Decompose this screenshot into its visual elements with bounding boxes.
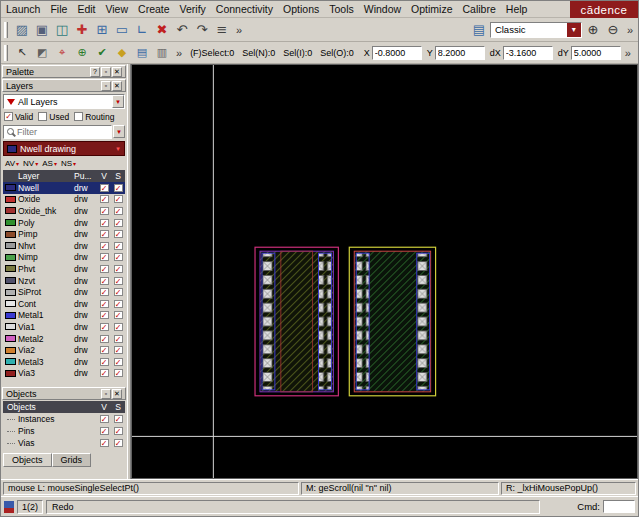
layer-selectable-checkbox[interactable]: ✓ [114, 184, 123, 192]
coordinate-field[interactable] [571, 46, 621, 60]
object-selectable-checkbox[interactable]: ✓ [114, 427, 123, 435]
menu-item[interactable]: Window [359, 2, 406, 16]
layer-visible-checkbox[interactable]: ✓ [100, 230, 109, 238]
overflow-chevron-icon[interactable]: » [624, 24, 636, 36]
chevron-down-icon[interactable]: ▾ [112, 145, 124, 153]
partial-select-icon[interactable]: ◩ [32, 43, 52, 62]
filter-checkbox-group[interactable]: Routing [74, 112, 114, 122]
checkbox[interactable] [74, 112, 83, 121]
layer-selectable-checkbox[interactable]: ✓ [114, 323, 123, 331]
layer-visible-checkbox[interactable]: ✓ [100, 335, 109, 343]
delete-icon[interactable]: ✖ [152, 20, 172, 39]
chevron-down-icon[interactable]: ▾ [567, 23, 581, 37]
layer-selectable-checkbox[interactable]: ✓ [114, 288, 123, 296]
layer-row[interactable]: Cont drw ✓ ✓ [3, 298, 125, 310]
create-instance-icon[interactable]: ⊞ [92, 20, 112, 39]
menu-item[interactable]: Optimize [406, 2, 457, 16]
layer-selectable-checkbox[interactable]: ✓ [114, 335, 123, 343]
overflow-chevron-icon[interactable]: » [233, 24, 245, 36]
chevron-down-icon[interactable]: ▾ [112, 95, 124, 108]
checkbox[interactable] [38, 112, 47, 121]
object-selectable-checkbox[interactable]: ✓ [114, 415, 123, 423]
object-visible-checkbox[interactable]: ✓ [100, 439, 109, 447]
layer-row[interactable]: Oxide_thk drw ✓ ✓ [3, 205, 125, 217]
layer-visible-checkbox[interactable]: ✓ [100, 369, 109, 377]
select-tool-icon[interactable]: ↖ [12, 43, 32, 62]
layer-visible-checkbox[interactable]: ✓ [100, 195, 109, 203]
layer-filter-box[interactable] [3, 125, 112, 139]
layer-row[interactable]: SiProt drw ✓ ✓ [3, 286, 125, 298]
menu-item[interactable]: Edit [72, 2, 100, 16]
visibility-toggle[interactable]: AV ▾ [5, 159, 19, 168]
float-icon[interactable]: ▫ [101, 389, 111, 399]
visibility-toggle[interactable]: NV ▾ [23, 159, 38, 168]
layer-row[interactable]: Metal3 drw ✓ ✓ [3, 356, 125, 368]
layer-selectable-checkbox[interactable]: ✓ [114, 311, 123, 319]
object-visible-checkbox[interactable]: ✓ [100, 415, 109, 423]
layer-selectable-checkbox[interactable]: ✓ [114, 219, 123, 227]
menu-item[interactable]: Create [133, 2, 175, 16]
layers-titlebar[interactable]: Layers ▫ ✕ [2, 79, 126, 92]
palette-tab[interactable]: Objects [3, 453, 52, 467]
menu-item[interactable]: Options [278, 2, 324, 16]
layer-selectable-checkbox[interactable]: ✓ [114, 207, 123, 215]
layer-scope-select[interactable]: All Layers ▾ [3, 94, 125, 109]
visibility-toggle[interactable]: AS ▾ [42, 159, 57, 168]
layer-selectable-checkbox[interactable]: ✓ [114, 242, 123, 250]
overflow-chevron-icon[interactable]: » [173, 47, 185, 59]
float-icon[interactable]: ▫ [101, 81, 111, 91]
layer-selectable-checkbox[interactable]: ✓ [114, 230, 123, 238]
undo-icon[interactable]: ↶ [172, 20, 192, 39]
layer-visible-checkbox[interactable]: ✓ [100, 277, 109, 285]
layer-row[interactable]: Nwell drw ✓ ✓ [3, 182, 125, 194]
object-visible-checkbox[interactable]: ✓ [100, 427, 109, 435]
layer-selectable-checkbox[interactable]: ✓ [114, 369, 123, 377]
open-icon[interactable]: ▨ [12, 20, 32, 39]
object-row[interactable]: Instances ✓ ✓ [3, 413, 125, 425]
menu-item[interactable]: Launch [1, 2, 45, 16]
layer-visible-checkbox[interactable]: ✓ [100, 300, 109, 308]
layer-selectable-checkbox[interactable]: ✓ [114, 265, 123, 273]
object-row[interactable]: Pins ✓ ✓ [3, 425, 125, 437]
close-icon[interactable]: ✕ [112, 67, 122, 77]
layer-selectable-checkbox[interactable]: ✓ [114, 277, 123, 285]
create-path-icon[interactable]: ∟ [132, 20, 152, 39]
layout-cell-right[interactable] [349, 247, 435, 396]
layer-selectable-checkbox[interactable]: ✓ [114, 358, 123, 366]
layout-cell-left[interactable] [255, 247, 338, 396]
palette-tab[interactable]: Grids [52, 453, 92, 467]
filter-checkbox-group[interactable]: ✓ Valid [4, 112, 33, 122]
layer-selectable-checkbox[interactable]: ✓ [114, 346, 123, 354]
layer-visible-checkbox[interactable]: ✓ [100, 323, 109, 331]
cmd-input[interactable] [603, 500, 635, 513]
float-icon[interactable]: ▫ [101, 67, 111, 77]
layer-row[interactable]: Phvt drw ✓ ✓ [3, 263, 125, 275]
chevron-down-icon[interactable]: ▾ [113, 125, 125, 138]
menu-item[interactable]: File [45, 2, 72, 16]
checkbox[interactable]: ✓ [4, 112, 13, 121]
zoom-in-icon[interactable]: ⊕ [583, 20, 603, 39]
layer-row[interactable]: Pimp drw ✓ ✓ [3, 228, 125, 240]
ruler-icon[interactable]: ▥ [152, 43, 172, 62]
layer-filter-input[interactable] [17, 127, 111, 137]
layer-row[interactable]: Nimp drw ✓ ✓ [3, 252, 125, 264]
layer-row[interactable]: Oxide drw ✓ ✓ [3, 194, 125, 206]
layers-view-icon[interactable]: ▤ [132, 43, 152, 62]
layer-visible-checkbox[interactable]: ✓ [100, 207, 109, 215]
layer-row[interactable]: Metal2 drw ✓ ✓ [3, 333, 125, 345]
create-rect-icon[interactable]: ▭ [112, 20, 132, 39]
layer-visible-checkbox[interactable]: ✓ [100, 242, 109, 250]
zoom-out-icon[interactable]: ⊖ [603, 20, 623, 39]
layer-selectable-checkbox[interactable]: ✓ [114, 253, 123, 261]
alert-icon[interactable]: ◆ [112, 43, 132, 62]
layer-visible-checkbox[interactable]: ✓ [100, 184, 109, 192]
active-layer-select[interactable]: Nwell drawing ▾ [3, 141, 125, 156]
zoom-select-icon[interactable]: ⊕ [72, 43, 92, 62]
toolbar-grip[interactable] [4, 45, 8, 61]
layer-visible-checkbox[interactable]: ✓ [100, 265, 109, 273]
palette-titlebar[interactable]: Palette ? ▫ ✕ [2, 65, 126, 78]
snap-point-icon[interactable]: ⌖ [52, 43, 72, 62]
verify-icon[interactable]: ✔ [92, 43, 112, 62]
layer-visible-checkbox[interactable]: ✓ [100, 311, 109, 319]
zoom-fit-icon[interactable]: ◫ [52, 20, 72, 39]
